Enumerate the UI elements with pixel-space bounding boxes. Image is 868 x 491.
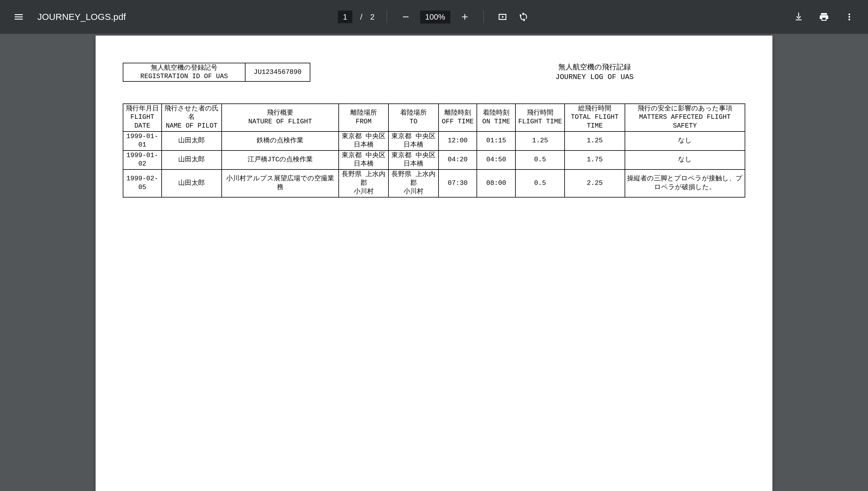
registration-label-cell: 無人航空機の登録記号 REGISTRATION ID OF UAS <box>123 63 245 81</box>
document-viewport[interactable]: 無人航空機の登録記号 REGISTRATION ID OF UAS JU1234… <box>0 34 868 491</box>
cell-off: 07:30 <box>438 170 477 197</box>
header-total-time: 総飛行時間 TOTAL FLIGHT TIME <box>565 104 625 132</box>
registration-label-en: REGISTRATION ID OF UAS <box>127 73 241 81</box>
pdf-page: 無人航空機の登録記号 REGISTRATION ID OF UAS JU1234… <box>96 36 772 491</box>
cell-from: 東京都 中央区 日本橋 <box>339 132 388 150</box>
toolbar-center: / 2 <box>338 10 530 24</box>
table-row: 1999-02-05 山田太郎 小川村アルプス展望広場での空撮業務 長野県 上水… <box>123 170 745 197</box>
cell-ft: 0.5 <box>515 170 565 197</box>
plus-icon <box>460 12 470 22</box>
header-pilot: 飛行させた者の氏名 NAME OF PILOT <box>162 104 222 132</box>
more-vert-icon <box>844 12 855 22</box>
cell-pilot: 山田太郎 <box>162 150 222 170</box>
registration-table: 無人航空機の登録記号 REGISTRATION ID OF UAS JU1234… <box>123 63 310 82</box>
cell-safety: なし <box>625 150 745 170</box>
minus-icon <box>401 12 410 22</box>
header-on-time: 着陸時刻 ON TIME <box>477 104 515 132</box>
header-to: 着陸場所 TO <box>388 104 438 132</box>
download-button[interactable] <box>792 10 805 24</box>
menu-button[interactable] <box>12 10 25 24</box>
divider <box>484 11 484 23</box>
cell-off: 04:20 <box>438 150 477 170</box>
cell-on: 08:00 <box>477 170 515 197</box>
cell-to: 東京都 中央区 日本橋 <box>388 150 438 170</box>
cell-on: 04:50 <box>477 150 515 170</box>
print-button[interactable] <box>817 10 831 24</box>
fit-page-button[interactable] <box>496 10 509 24</box>
cell-from: 東京都 中央区 日本橋 <box>339 150 388 170</box>
more-button[interactable] <box>843 10 856 24</box>
table-header-row: 飛行年月日 FLIGHT DATE 飛行させた者の氏名 NAME OF PILO… <box>123 104 745 132</box>
cell-pilot: 山田太郎 <box>162 132 222 150</box>
toolbar-left: JOURNEY_LOGS.pdf <box>0 10 126 24</box>
pdf-toolbar: JOURNEY_LOGS.pdf / 2 <box>0 0 868 34</box>
cell-from: 長野県 上水内郡 小川村 <box>339 170 388 197</box>
table-row: 無人航空機の登録記号 REGISTRATION ID OF UAS JU1234… <box>123 63 310 81</box>
page-total-label: 2 <box>370 12 374 22</box>
registration-label-ja: 無人航空機の登録記号 <box>127 64 241 73</box>
toolbar-right <box>792 10 856 24</box>
table-row: 1999-01-01 山田太郎 鉄橋の点検作業 東京都 中央区 日本橋 東京都 … <box>123 132 745 150</box>
header-off-time: 離陸時刻 OFF TIME <box>438 104 477 132</box>
journey-log-table: 飛行年月日 FLIGHT DATE 飛行させた者の氏名 NAME OF PILO… <box>123 104 745 198</box>
cell-date: 1999-02-05 <box>123 170 162 197</box>
fit-to-page-icon <box>497 12 508 22</box>
filename-label: JOURNEY_LOGS.pdf <box>37 12 126 22</box>
header-flight-date: 飛行年月日 FLIGHT DATE <box>123 104 162 132</box>
zoom-level-input[interactable] <box>420 10 450 24</box>
header-flight-time: 飛行時間 FLIGHT TIME <box>515 104 565 132</box>
cell-nature: 小川村アルプス展望広場での空撮業務 <box>222 170 339 197</box>
cell-date: 1999-01-01 <box>123 132 162 150</box>
header-safety: 飛行の安全に影響のあった事項 MATTERS AFFECTED FLIGHT S… <box>625 104 745 132</box>
cell-pilot: 山田太郎 <box>162 170 222 197</box>
header-from: 離陸場所 FROM <box>339 104 388 132</box>
cell-off: 12:00 <box>438 132 477 150</box>
registration-value-cell: JU1234567890 <box>245 63 310 81</box>
cell-ft: 0.5 <box>515 150 565 170</box>
cell-tft: 2.25 <box>565 170 625 197</box>
download-icon <box>793 12 804 22</box>
cell-safety: 操縦者の三脚とプロペラが接触し、プロペラが破損した。 <box>625 170 745 197</box>
cell-on: 01:15 <box>477 132 515 150</box>
table-row: 1999-01-02 山田太郎 江戸橋JTCの点検作業 東京都 中央区 日本橋 … <box>123 150 745 170</box>
header-row: 無人航空機の登録記号 REGISTRATION ID OF UAS JU1234… <box>123 63 745 82</box>
rotate-button[interactable] <box>517 10 530 24</box>
cell-to: 東京都 中央区 日本橋 <box>388 132 438 150</box>
cell-nature: 鉄橋の点検作業 <box>222 132 339 150</box>
rotate-icon <box>518 12 529 22</box>
cell-tft: 1.75 <box>565 150 625 170</box>
cell-safety: なし <box>625 132 745 150</box>
cell-tft: 1.25 <box>565 132 625 150</box>
title-ja: 無人航空機の飛行記録 <box>555 63 634 73</box>
zoom-out-button[interactable] <box>399 10 412 24</box>
document-title: 無人航空機の飛行記録 JOURNEY LOG OF UAS <box>555 63 634 82</box>
cell-ft: 1.25 <box>515 132 565 150</box>
print-icon <box>819 12 829 22</box>
hamburger-icon <box>13 11 24 22</box>
page-separator: / <box>360 12 362 22</box>
page-number-input[interactable] <box>338 10 352 23</box>
cell-nature: 江戸橋JTCの点検作業 <box>222 150 339 170</box>
cell-date: 1999-01-02 <box>123 150 162 170</box>
cell-to: 長野県 上水内郡 小川村 <box>388 170 438 197</box>
zoom-in-button[interactable] <box>458 10 471 24</box>
title-en: JOURNEY LOG OF UAS <box>555 73 634 82</box>
header-nature: 飛行概要 NATURE OF FLIGHT <box>222 104 339 132</box>
